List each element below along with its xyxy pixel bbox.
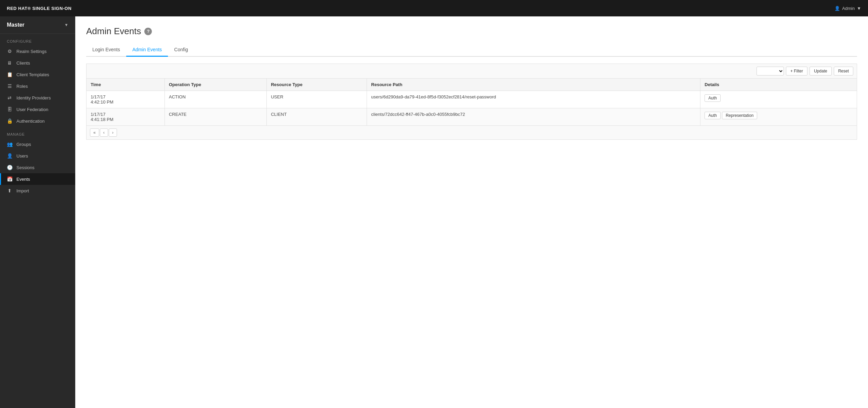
- events-icon: 📅: [7, 176, 12, 182]
- pagination: « ‹ ›: [86, 126, 857, 140]
- sidebar-item-groups[interactable]: 👥 Groups: [0, 138, 75, 150]
- configure-section-label: Configure: [0, 34, 75, 45]
- help-icon[interactable]: ?: [144, 28, 152, 35]
- brand-text: RED HAT® SINGLE SIGN-ON: [7, 6, 71, 11]
- sidebar-item-label: Groups: [16, 142, 31, 147]
- realm-settings-icon: ⚙: [7, 49, 12, 54]
- tab-bar: Login Events Admin Events Config: [86, 43, 857, 57]
- sidebar-item-label: Users: [16, 153, 28, 159]
- cell-operation-type: ACTION: [165, 91, 266, 108]
- pagination-next-button[interactable]: ›: [109, 128, 117, 137]
- col-resource-type: Resource Type: [267, 79, 367, 91]
- realm-chevron-icon: ▼: [64, 23, 68, 27]
- cell-details: Auth: [700, 91, 857, 108]
- realm-name: Master: [7, 22, 25, 28]
- sidebar-item-realm-settings[interactable]: ⚙ Realm Settings: [0, 45, 75, 57]
- sidebar-item-authentication[interactable]: 🔒 Authentication: [0, 115, 75, 127]
- sidebar-item-user-federation[interactable]: 🗄 User Federation: [0, 104, 75, 115]
- reset-button[interactable]: Reset: [834, 67, 853, 76]
- user-icon: 👤: [834, 6, 840, 11]
- sidebar-item-import[interactable]: ⬆ Import: [0, 185, 75, 196]
- tab-login-events[interactable]: Login Events: [86, 43, 126, 57]
- topbar: RED HAT® SINGLE SIGN-ON 👤 Admin ▼: [0, 0, 868, 16]
- sessions-icon: 🕐: [7, 165, 12, 170]
- manage-section-label: Manage: [0, 127, 75, 138]
- sidebar-item-sessions[interactable]: 🕐 Sessions: [0, 162, 75, 173]
- cell-time: 1/17/174:41:18 PM: [87, 108, 165, 126]
- import-icon: ⬆: [7, 188, 12, 193]
- sidebar-item-label: Client Templates: [16, 72, 49, 77]
- table-row: 1/17/174:42:10 PMACTIONUSERusers/6d290da…: [87, 91, 857, 108]
- tab-config[interactable]: Config: [168, 43, 194, 57]
- cell-resource-path: users/6d290da9-da79-41ed-8f5d-f3052ecf28…: [367, 91, 700, 108]
- filter-button[interactable]: + Filter: [786, 67, 807, 76]
- col-time: Time: [87, 79, 165, 91]
- sidebar-item-label: User Federation: [16, 107, 48, 112]
- sidebar-item-label: Import: [16, 188, 29, 193]
- sidebar-item-label: Identity Providers: [16, 95, 51, 100]
- user-label: Admin: [842, 6, 855, 11]
- admin-events-table: Time Operation Type Resource Type Resour…: [86, 78, 857, 126]
- main-layout: Master ▼ Configure ⚙ Realm Settings 🖥 Cl…: [0, 16, 868, 408]
- brand: RED HAT® SINGLE SIGN-ON: [7, 6, 71, 11]
- sidebar-item-users[interactable]: 👤 Users: [0, 150, 75, 162]
- operation-type-select[interactable]: [757, 67, 784, 76]
- sidebar-item-client-templates[interactable]: 📋 Client Templates: [0, 69, 75, 80]
- sidebar-item-clients[interactable]: 🖥 Clients: [0, 57, 75, 69]
- client-templates-icon: 📋: [7, 72, 12, 77]
- sidebar: Master ▼ Configure ⚙ Realm Settings 🖥 Cl…: [0, 16, 75, 408]
- detail-button-auth[interactable]: Auth: [705, 112, 721, 119]
- realm-selector[interactable]: Master ▼: [0, 16, 75, 34]
- user-chevron-icon: ▼: [857, 6, 861, 11]
- cell-resource-type: CLIENT: [267, 108, 367, 126]
- detail-button-representation[interactable]: Representation: [722, 112, 757, 119]
- identity-providers-icon: ⇄: [7, 95, 12, 100]
- update-button[interactable]: Update: [810, 67, 832, 76]
- sidebar-item-events[interactable]: 📅 Events: [0, 173, 75, 185]
- col-resource-path: Resource Path: [367, 79, 700, 91]
- cell-operation-type: CREATE: [165, 108, 266, 126]
- col-operation-type: Operation Type: [165, 79, 266, 91]
- user-menu[interactable]: 👤 Admin ▼: [834, 6, 861, 11]
- cell-details: AuthRepresentation: [700, 108, 857, 126]
- cell-time: 1/17/174:42:10 PM: [87, 91, 165, 108]
- content-area: Admin Events ? Login Events Admin Events…: [75, 16, 868, 408]
- authentication-icon: 🔒: [7, 118, 12, 124]
- clients-icon: 🖥: [7, 60, 12, 66]
- sidebar-item-identity-providers[interactable]: ⇄ Identity Providers: [0, 92, 75, 104]
- sidebar-item-label: Clients: [16, 60, 30, 66]
- detail-button-auth[interactable]: Auth: [705, 94, 721, 102]
- sidebar-item-label: Roles: [16, 84, 28, 89]
- sidebar-item-roles[interactable]: ☰ Roles: [0, 80, 75, 92]
- cell-resource-type: USER: [267, 91, 367, 108]
- pagination-prev-button[interactable]: ‹: [100, 128, 108, 137]
- roles-icon: ☰: [7, 83, 12, 89]
- sidebar-item-label: Realm Settings: [16, 49, 47, 54]
- user-federation-icon: 🗄: [7, 107, 12, 112]
- table-toolbar: + Filter Update Reset: [86, 64, 857, 78]
- table-header-row: Time Operation Type Resource Type Resour…: [87, 79, 857, 91]
- groups-icon: 👥: [7, 141, 12, 147]
- pagination-first-button[interactable]: «: [90, 128, 99, 137]
- sidebar-item-label: Authentication: [16, 119, 44, 124]
- sidebar-item-label: Sessions: [16, 165, 35, 170]
- users-icon: 👤: [7, 153, 12, 159]
- table-row: 1/17/174:41:18 PMCREATECLIENTclients/72d…: [87, 108, 857, 126]
- cell-resource-path: clients/72dcc642-ff47-467b-a0c0-4055fcb9…: [367, 108, 700, 126]
- sidebar-item-label: Events: [16, 177, 30, 182]
- col-details: Details: [700, 79, 857, 91]
- tab-admin-events[interactable]: Admin Events: [126, 43, 168, 57]
- page-title: Admin Events: [86, 26, 141, 37]
- page-title-row: Admin Events ?: [86, 26, 857, 37]
